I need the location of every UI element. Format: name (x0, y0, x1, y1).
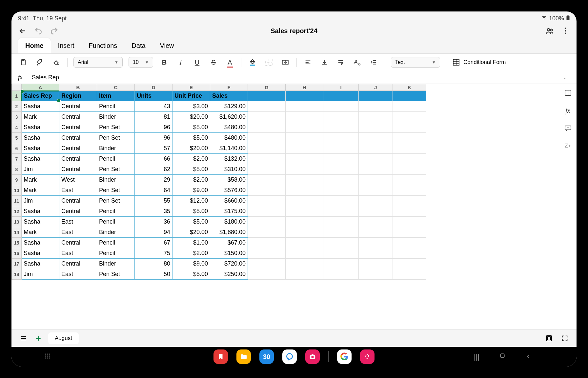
cell-A14[interactable]: Mark (22, 227, 59, 238)
cell-D18[interactable]: 50 (135, 269, 172, 280)
row-header-6[interactable]: 6 (12, 143, 22, 154)
cell-K6[interactable] (393, 143, 426, 154)
cell-H16[interactable] (286, 248, 323, 259)
cell-A11[interactable]: Jim (22, 196, 59, 206)
dock-app-google[interactable] (337, 349, 352, 364)
cell-H7[interactable] (286, 154, 323, 164)
cell-J6[interactable] (359, 143, 393, 154)
cell-C10[interactable]: Pen Set (97, 185, 135, 196)
row-header-5[interactable]: 5 (12, 133, 22, 143)
merge-cells-button[interactable] (280, 57, 291, 68)
cell-G3[interactable] (248, 112, 286, 122)
cell-K14[interactable] (393, 227, 426, 238)
cell-D3[interactable]: 81 (135, 112, 172, 122)
panel-icon[interactable] (564, 89, 572, 97)
cell-D13[interactable]: 36 (135, 217, 172, 227)
cell-G8[interactable] (248, 164, 286, 175)
cell-G12[interactable] (248, 206, 286, 217)
cell-E6[interactable]: $20.00 (172, 143, 210, 154)
cell-F14[interactable]: $1,880.00 (210, 227, 248, 238)
row-header-13[interactable]: 13 (12, 217, 22, 227)
cell-A18[interactable]: Jim (22, 269, 59, 280)
add-sheet-button[interactable]: + (33, 333, 44, 344)
cell-I6[interactable] (323, 143, 359, 154)
cell-J2[interactable] (359, 101, 393, 112)
cell-I4[interactable] (323, 122, 359, 133)
cell-H9[interactable] (286, 175, 323, 185)
cell-G4[interactable] (248, 122, 286, 133)
cell-F2[interactable]: $129.00 (210, 101, 248, 112)
apps-button[interactable] (44, 353, 51, 361)
cell-B2[interactable]: Central (59, 101, 97, 112)
col-header-H[interactable]: H (286, 84, 323, 91)
cell-E13[interactable]: $5.00 (172, 217, 210, 227)
fullscreen-button[interactable] (559, 333, 570, 344)
cell-F1[interactable]: Sales (210, 91, 248, 101)
sheet-tab[interactable]: August (48, 332, 79, 344)
row-header-2[interactable]: 2 (12, 101, 22, 112)
redo-button[interactable] (50, 26, 59, 35)
cell-C2[interactable]: Pencil (97, 101, 135, 112)
cell-E4[interactable]: $5.00 (172, 122, 210, 133)
cell-I10[interactable] (323, 185, 359, 196)
cell-G6[interactable] (248, 143, 286, 154)
cell-H13[interactable] (286, 217, 323, 227)
row-header-18[interactable]: 18 (12, 269, 22, 280)
cell-K10[interactable] (393, 185, 426, 196)
cell-I14[interactable] (323, 227, 359, 238)
cell-D6[interactable]: 57 (135, 143, 172, 154)
cell-B7[interactable]: Central (59, 154, 97, 164)
cell-K5[interactable] (393, 133, 426, 143)
cell-E5[interactable]: $5.00 (172, 133, 210, 143)
col-header-F[interactable]: F (210, 84, 248, 91)
cell-J15[interactable] (359, 238, 393, 248)
cell-H1[interactable] (286, 91, 323, 101)
align-vertical-button[interactable] (319, 57, 330, 68)
cell-B12[interactable]: Central (59, 206, 97, 217)
cell-F5[interactable]: $480.00 (210, 133, 248, 143)
dock-app-files[interactable] (236, 349, 251, 364)
cell-C6[interactable]: Binder (97, 143, 135, 154)
back-button[interactable] (18, 26, 27, 35)
cell-H18[interactable] (286, 269, 323, 280)
cell-J11[interactable] (359, 196, 393, 206)
cell-K16[interactable] (393, 248, 426, 259)
cell-I11[interactable] (323, 196, 359, 206)
cell-H8[interactable] (286, 164, 323, 175)
indent-button[interactable] (368, 57, 379, 68)
cell-C8[interactable]: Pen Set (97, 164, 135, 175)
format-painter-button[interactable] (34, 57, 45, 68)
cell-J1[interactable] (359, 91, 393, 101)
cell-G9[interactable] (248, 175, 286, 185)
cell-C3[interactable]: Binder (97, 112, 135, 122)
cell-G16[interactable] (248, 248, 286, 259)
cell-F11[interactable]: $660.00 (210, 196, 248, 206)
cell-E8[interactable]: $5.00 (172, 164, 210, 175)
cell-A15[interactable]: Sasha (22, 238, 59, 248)
cell-C15[interactable]: Pencil (97, 238, 135, 248)
cell-E17[interactable]: $9.00 (172, 259, 210, 269)
cell-H6[interactable] (286, 143, 323, 154)
cell-G5[interactable] (248, 133, 286, 143)
cell-C14[interactable]: Binder (97, 227, 135, 238)
cell-J17[interactable] (359, 259, 393, 269)
cell-A9[interactable]: Mark (22, 175, 59, 185)
cell-F9[interactable]: $58.00 (210, 175, 248, 185)
cell-H10[interactable] (286, 185, 323, 196)
cell-A5[interactable]: Sasha (22, 133, 59, 143)
cell-B3[interactable]: Central (59, 112, 97, 122)
cell-K11[interactable] (393, 196, 426, 206)
cell-D14[interactable]: 94 (135, 227, 172, 238)
cell-A6[interactable]: Sasha (22, 143, 59, 154)
row-header-3[interactable]: 3 (12, 112, 22, 122)
cell-B9[interactable]: West (59, 175, 97, 185)
cell-J10[interactable] (359, 185, 393, 196)
cell-F8[interactable]: $310.00 (210, 164, 248, 175)
col-header-J[interactable]: J (359, 84, 393, 91)
bold-button[interactable]: B (159, 57, 170, 68)
cell-E1[interactable]: Unit Price (172, 91, 210, 101)
cell-E3[interactable]: $20.00 (172, 112, 210, 122)
sheets-menu-button[interactable] (18, 333, 29, 344)
cell-K8[interactable] (393, 164, 426, 175)
cell-F6[interactable]: $1,140.00 (210, 143, 248, 154)
